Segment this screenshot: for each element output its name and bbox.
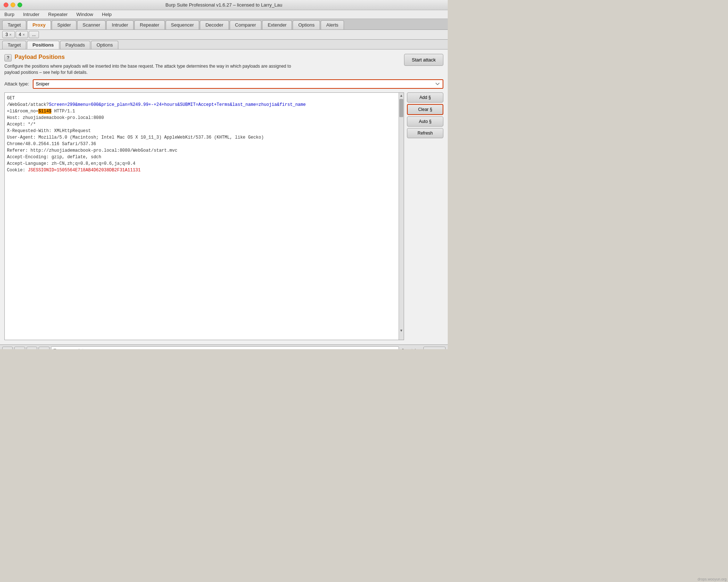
sub-tab-3-label: 3 bbox=[5, 32, 8, 37]
sub-tab-3-close[interactable]: × bbox=[9, 33, 12, 37]
line-12: Cookie: JSESSIONID=1505564E718AB4D62038D… bbox=[7, 167, 401, 174]
sub-tab-row: 3 × 4 × ... bbox=[0, 30, 448, 40]
add-section-button[interactable]: Add § bbox=[407, 92, 443, 103]
line-10: Accept-Encoding: gzip, deflate, sdch bbox=[7, 154, 401, 160]
close-button[interactable] bbox=[4, 3, 8, 7]
inner-tab-target[interactable]: Target bbox=[2, 41, 26, 49]
line-3: =li&room_no=$114$ HTTP/1.1 bbox=[7, 108, 401, 115]
search-fwd-button[interactable]: > bbox=[39, 347, 50, 350]
section-desc: Configure the positions where payloads w… bbox=[4, 63, 303, 76]
tab-scanner[interactable]: Scanner bbox=[77, 20, 106, 29]
inner-tabs: Target Positions Payloads Options bbox=[0, 40, 448, 49]
inner-tab-options[interactable]: Options bbox=[91, 41, 118, 49]
line-5: Accept: */* bbox=[7, 121, 401, 128]
traffic-lights bbox=[4, 3, 22, 7]
sub-tab-4[interactable]: 4 × bbox=[16, 31, 28, 38]
request-body[interactable]: GET /WebGoat/attack?Screen=299&menu=600&… bbox=[5, 93, 404, 340]
clear-section-button[interactable]: Clear § bbox=[407, 104, 443, 115]
window-title: Burp Suite Professional v1.6.27 – licens… bbox=[166, 2, 282, 8]
tab-options[interactable]: Options bbox=[293, 20, 320, 29]
line-1: GET bbox=[7, 95, 401, 101]
line-9: Referer: http://zhuojiademacbook-pro.loc… bbox=[7, 147, 401, 154]
search-prev-button[interactable]: < bbox=[14, 347, 25, 350]
help-icon[interactable]: ? bbox=[4, 54, 12, 61]
menu-repeater[interactable]: Repeater bbox=[47, 11, 69, 18]
tab-extender[interactable]: Extender bbox=[262, 20, 292, 29]
tab-comparer[interactable]: Comparer bbox=[230, 20, 262, 29]
sub-tab-more[interactable]: ... bbox=[29, 31, 39, 38]
search-clear-button[interactable]: Clear bbox=[423, 347, 446, 350]
inner-tab-positions[interactable]: Positions bbox=[27, 41, 59, 49]
line-2: /WebGoat/attack?Screen=299&menu=600&pric… bbox=[7, 101, 401, 108]
scroll-up-arrow[interactable]: ▲ bbox=[400, 93, 403, 97]
tab-sequencer[interactable]: Sequencer bbox=[166, 20, 199, 29]
search-bar: ? < + > 0 matches Clear bbox=[0, 344, 448, 349]
line-8: Chrome/48.0.2564.116 Safari/537.36 bbox=[7, 141, 401, 147]
sub-tab-4-close[interactable]: × bbox=[23, 33, 25, 37]
attack-type-select[interactable]: Sniper Battering ram Pitchfork Cluster b… bbox=[33, 79, 443, 89]
tab-intruder[interactable]: Intruder bbox=[106, 20, 134, 29]
header-row: ? Payload Positions Configure the positi… bbox=[4, 54, 443, 76]
main-tabs: Target Proxy Spider Scanner Intruder Rep… bbox=[0, 19, 448, 30]
tab-repeater[interactable]: Repeater bbox=[134, 20, 165, 29]
search-input[interactable] bbox=[51, 346, 399, 349]
menu-help[interactable]: Help bbox=[100, 11, 113, 18]
search-help-button[interactable]: ? bbox=[2, 347, 13, 350]
search-next-button[interactable]: + bbox=[27, 347, 37, 350]
line-4: Host: zhuojiademacbook-pro.local:8080 bbox=[7, 115, 401, 121]
sub-tab-4-label: 4 bbox=[19, 32, 21, 37]
line-7: User-Agent: Mozilla/5.0 (Macintosh; Inte… bbox=[7, 134, 401, 141]
sub-tab-3[interactable]: 3 × bbox=[2, 31, 15, 38]
auto-section-button[interactable]: Auto § bbox=[407, 116, 443, 127]
menu-window[interactable]: Window bbox=[75, 11, 95, 18]
menu-burp[interactable]: Burp bbox=[3, 11, 16, 18]
tab-alerts[interactable]: Alerts bbox=[321, 20, 344, 29]
scroll-down-arrow[interactable]: ▼ bbox=[400, 328, 403, 332]
scroll-thumb[interactable] bbox=[399, 99, 403, 117]
inner-tab-payloads[interactable]: Payloads bbox=[60, 41, 90, 49]
sidebar-buttons: Add § Clear § Auto § Refresh bbox=[407, 92, 443, 340]
minimize-button[interactable] bbox=[11, 3, 15, 7]
request-editor[interactable]: GET /WebGoat/attack?Screen=299&menu=600&… bbox=[4, 92, 404, 340]
line-6: X-Requested-With: XMLHttpRequest bbox=[7, 128, 401, 134]
menu-intruder[interactable]: Intruder bbox=[21, 11, 41, 18]
matches-label: 0 matches bbox=[402, 348, 422, 349]
vertical-scrollbar[interactable]: ▲ ▼ bbox=[399, 93, 404, 340]
titlebar: Burp Suite Professional v1.6.27 – licens… bbox=[0, 0, 448, 10]
menubar: Burp Intruder Repeater Window Help bbox=[0, 10, 448, 19]
refresh-button[interactable]: Refresh bbox=[407, 128, 443, 138]
main-split: GET /WebGoat/attack?Screen=299&menu=600&… bbox=[4, 92, 443, 340]
content-area: ? Payload Positions Configure the positi… bbox=[0, 49, 448, 344]
maximize-button[interactable] bbox=[17, 3, 22, 7]
tab-decoder[interactable]: Decoder bbox=[200, 20, 229, 29]
start-attack-button[interactable]: Start attack bbox=[404, 54, 443, 66]
attack-type-row: Attack type: Sniper Battering ram Pitchf… bbox=[4, 79, 443, 89]
section-title: Payload Positions bbox=[15, 54, 65, 60]
tab-spider[interactable]: Spider bbox=[52, 20, 76, 29]
line-11: Accept-Language: zh-CN,zh;q=0.8,en;q=0.6… bbox=[7, 160, 401, 167]
attack-type-label: Attack type: bbox=[4, 81, 29, 87]
header-left: ? Payload Positions Configure the positi… bbox=[4, 54, 303, 76]
tab-proxy[interactable]: Proxy bbox=[27, 20, 51, 29]
tab-target[interactable]: Target bbox=[2, 20, 26, 29]
